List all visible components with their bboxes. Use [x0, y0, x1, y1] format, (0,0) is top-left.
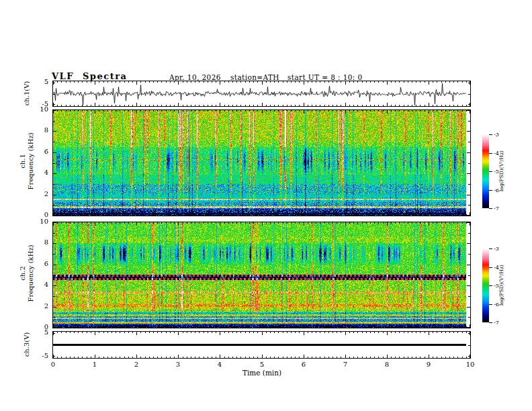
x-tick-label: 7 [335, 361, 355, 369]
y-tick-label: 10 [31, 218, 48, 226]
y-tick-label: 10 [31, 105, 48, 113]
colorbar-tick-label: -7 [494, 320, 508, 326]
x-tick-label: 0 [43, 361, 63, 369]
figure-title: VLF Spectra [52, 71, 127, 81]
ch3-waveform-panel [52, 331, 471, 359]
y-tick-label: 4 [31, 281, 48, 289]
y-tick-label: 2 [31, 190, 48, 198]
y-tick-label: 4 [31, 169, 48, 177]
y-tick-label: 8 [31, 126, 48, 134]
x-tick-label: 5 [252, 361, 272, 369]
x-tick-label: 4 [210, 361, 230, 369]
vlf-spectra-figure: VLF Spectra Apr. 10, 2026 station=ATH st… [0, 0, 532, 411]
colorbar-tick-label: -5 [494, 169, 508, 175]
colorbar-tick [489, 208, 492, 209]
y-tick-label: -5 [31, 352, 48, 360]
colorbar-tick [489, 267, 492, 268]
ylabel-ch3-voltage: ch.3(V) [23, 277, 31, 411]
ch2-spectrogram-panel [52, 222, 471, 328]
ch1-waveform-panel [52, 81, 471, 107]
x-tick-label: 10 [460, 361, 480, 369]
colorbar-tick-label: -7 [494, 205, 508, 212]
y-tick-label: 6 [31, 260, 48, 268]
colorbar-tick [489, 153, 492, 154]
x-tick-label: 9 [418, 361, 439, 369]
x-tick-label: 2 [126, 361, 146, 369]
colorbar-tick [489, 134, 492, 135]
colorbar-tick-label: -3 [494, 132, 508, 138]
colorbar-tick-label: -4 [494, 265, 508, 271]
colorbar-tick [489, 322, 492, 323]
ch1-spectrogram-panel [52, 109, 471, 216]
colorbar-tick [489, 248, 492, 249]
y-tick-label: 8 [31, 238, 48, 246]
x-tick-label: 8 [377, 361, 397, 369]
colorbar-tick-label: -6 [494, 187, 508, 193]
x-tick-label: 6 [294, 361, 314, 369]
colorbar-1-gradient [482, 134, 489, 208]
y-tick-label: 2 [31, 302, 48, 310]
x-axis-title: Time (min) [222, 369, 302, 377]
y-tick-label: 5 [31, 78, 48, 86]
x-tick-label: 3 [168, 361, 188, 369]
colorbar-tick [489, 304, 492, 305]
colorbar-tick-label: -3 [494, 246, 508, 252]
colorbar-tick [489, 190, 492, 191]
colorbar-tick-label: -6 [494, 302, 508, 308]
colorbar-tick-label: -5 [494, 283, 508, 289]
colorbar-tick [489, 285, 492, 286]
colorbar-2-gradient [482, 248, 489, 322]
colorbar-tick-label: -4 [494, 150, 508, 156]
y-tick-label: 6 [31, 148, 48, 156]
x-tick-label: 1 [85, 361, 105, 369]
y-tick-label: 0 [31, 323, 48, 331]
colorbar-tick [489, 171, 492, 172]
